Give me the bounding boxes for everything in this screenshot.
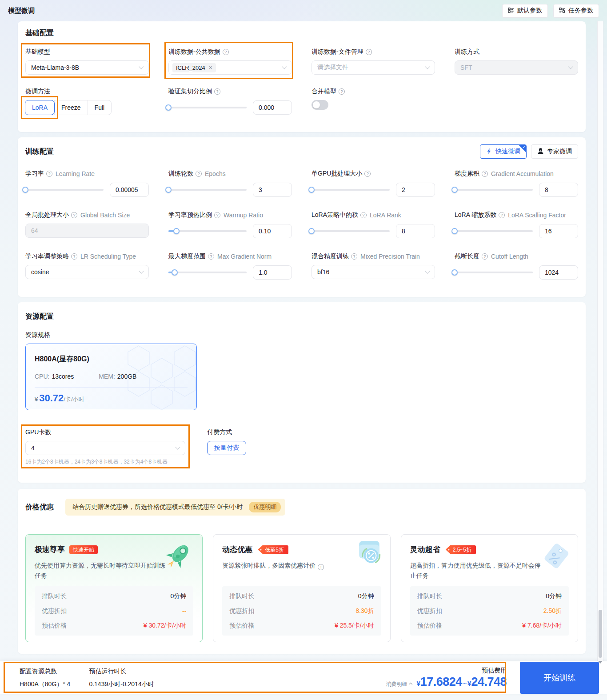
field-gpu-count: GPU卡数 4 16卡为2个8卡机器，24卡为3个8卡机器，32卡为4个8卡机器: [25, 428, 185, 466]
pricing-stats: 排队时长0分钟 优惠折扣8.30折 预估价格¥ 25.5/卡/小时: [222, 586, 381, 636]
pricing-card-express[interactable]: 极速尊享快速开始 优先使用算力资源，无需长时等待立即开始训练任务 排队时长0分钟…: [25, 534, 203, 642]
lightning-icon: [486, 148, 492, 156]
warmup-ratio-slider[interactable]: [168, 230, 247, 232]
scrollbar-down-arrow[interactable]: [598, 661, 603, 664]
public-data-select[interactable]: ICLR_2024×: [168, 60, 292, 75]
fee-detail-toggle[interactable]: 消费明细: [386, 680, 412, 688]
footer-bar: 配置资源总数 H800A（80G）* 4 预估运行时长 0.1439小时-0.2…: [0, 661, 607, 694]
discount-tag-badge: 低至5折: [258, 545, 288, 554]
epochs-slider[interactable]: [168, 189, 247, 191]
pay-as-you-go-button[interactable]: 按量付费: [207, 441, 246, 455]
gpu-count-select[interactable]: 4: [25, 441, 185, 455]
scrollbar-track[interactable]: [597, 21, 603, 661]
question-circle-icon[interactable]: [46, 171, 52, 177]
param-lora-scaling: LoRA 缩放系数LoRA Scalling Factor 16: [455, 211, 578, 239]
question-circle-icon[interactable]: [208, 253, 214, 260]
warmup-ratio-input[interactable]: 0.10: [253, 224, 292, 238]
pricing-card-saver[interactable]: 灵动超省2.5~5折 超高折扣，算力使用优先级低，资源不足时会停止任务 排队时长…: [401, 534, 578, 642]
remove-tag-icon[interactable]: ×: [209, 64, 212, 71]
question-circle-icon[interactable]: [214, 212, 220, 218]
start-training-button[interactable]: 开始训练: [520, 662, 599, 694]
field-base-model: 基础模型 Meta-Llama-3-8B: [25, 48, 149, 75]
finetune-option-lora[interactable]: LoRA: [25, 100, 55, 115]
discount-detail-button[interactable]: 优惠明细: [249, 502, 281, 512]
basic-config-card: 基础配置 基础模型 Meta-Llama-3-8B 训练数据-公共数据 ICLR…: [18, 21, 586, 132]
info-circle-icon[interactable]: [318, 564, 324, 570]
chevron-down-icon: [425, 64, 430, 69]
finetune-option-freeze[interactable]: Freeze: [54, 100, 88, 115]
question-circle-icon[interactable]: [482, 171, 488, 177]
mixed-precision-select[interactable]: bf16: [311, 265, 435, 279]
global-batch-input: 64: [25, 224, 149, 238]
footer-resource-total: 配置资源总数 H800A（80G）* 4: [20, 668, 70, 688]
expert-person-icon: [537, 148, 544, 156]
grid-list-icon: [559, 7, 565, 15]
cutoff-length-slider[interactable]: [455, 272, 533, 273]
param-warmup-ratio: 学习率预热比例Warmup Ratio 0.10: [168, 211, 292, 239]
pricing-card-dynamic[interactable]: 动态优惠低至5折 资源紧张时排队，多因素优惠计价 排队时长0分钟 优惠折扣8.3…: [213, 534, 390, 642]
lora-scaling-input[interactable]: 16: [539, 224, 578, 238]
question-circle-icon[interactable]: [71, 253, 77, 260]
learning-rate-input[interactable]: 0.00005: [110, 183, 149, 197]
field-file-data: 训练数据-文件管理 请选择文件: [311, 48, 435, 75]
merge-model-toggle[interactable]: [311, 100, 328, 110]
question-circle-icon[interactable]: [196, 171, 202, 177]
cutoff-length-input[interactable]: 1024: [539, 265, 578, 280]
lora-rank-slider[interactable]: [311, 230, 390, 232]
finetune-option-full[interactable]: Full: [88, 100, 112, 115]
param-learning-rate: 学习率Learning Rate 0.00005: [25, 169, 149, 197]
resource-spec-card[interactable]: H800A(显存80G) CPU:13cores MEM:200GB ¥30.7…: [25, 344, 197, 410]
question-circle-icon[interactable]: [499, 212, 505, 218]
learning-rate-slider[interactable]: [25, 189, 104, 191]
scrollbar-thumb[interactable]: [599, 610, 602, 658]
question-circle-icon[interactable]: [364, 171, 371, 177]
max-grad-slider[interactable]: [168, 272, 247, 273]
default-params-button[interactable]: 默认参数: [502, 4, 548, 18]
spec-label: 资源规格: [25, 331, 578, 339]
file-data-select[interactable]: 请选择文件: [311, 60, 435, 75]
task-params-button[interactable]: 任务参数: [553, 4, 599, 18]
question-circle-icon[interactable]: [360, 212, 367, 218]
quick-finetune-button[interactable]: 快速微调 ✓: [480, 144, 527, 159]
param-gpu-batch-size: 单GPU批处理大小 2: [311, 169, 435, 197]
lora-scaling-slider[interactable]: [455, 230, 533, 232]
grad-accum-input[interactable]: 8: [539, 183, 578, 197]
pricing-stats: 排队时长0分钟 优惠折扣2.50折 预估价格¥ 7.68/卡/小时: [410, 586, 569, 636]
discount-tag-badge: 2.5~5折: [446, 545, 476, 554]
footer-duration: 预估运行时长 0.1439小时-0.2014小时: [89, 668, 154, 688]
gpu-batch-input[interactable]: 2: [396, 183, 435, 197]
section-title-basic: 基础配置: [25, 28, 578, 38]
field-train-method: 训练方式 SFT: [455, 48, 578, 75]
grad-accum-slider[interactable]: [455, 189, 533, 191]
base-model-select[interactable]: Meta-Llama-3-8B: [25, 60, 149, 75]
caret-up-icon: [409, 683, 412, 686]
question-circle-icon[interactable]: [339, 88, 345, 95]
question-circle-icon[interactable]: [71, 212, 77, 218]
val-split-slider[interactable]: [168, 107, 247, 108]
lora-rank-input[interactable]: 8: [396, 224, 435, 238]
chevron-down-icon: [175, 444, 180, 449]
question-circle-icon[interactable]: [214, 88, 220, 95]
chevron-down-icon: [282, 64, 287, 69]
expert-finetune-button[interactable]: 专家微调: [531, 144, 578, 159]
param-mixed-precision: 混合精度训练Mixed Precision Train bf16: [311, 252, 435, 280]
chevron-down-icon: [425, 268, 430, 273]
max-grad-input[interactable]: 1.0: [253, 265, 292, 280]
question-circle-icon[interactable]: [482, 253, 488, 260]
param-grad-accumulation: 梯度累积Gradient Accumulation 8: [455, 169, 578, 197]
chevron-down-icon: [139, 64, 144, 69]
lr-scheduler-select[interactable]: cosine: [25, 265, 149, 279]
param-lora-rank: LoRA策略中的秩LoRA Rank 8: [311, 211, 435, 239]
gpu-count-hint: 16卡为2个8卡机器，24卡为3个8卡机器，32卡为4个8卡机器: [25, 458, 185, 466]
val-split-input[interactable]: 0.000: [253, 100, 292, 115]
dataset-tag: ICLR_2024×: [172, 63, 216, 72]
question-circle-icon[interactable]: [366, 49, 372, 55]
pricing-notice: 结合历史赠送优惠券，所选价格优惠模式最低优惠至 0/卡/小时 优惠明细: [65, 499, 285, 516]
footer-fee: 预估费用 消费明细 ¥17.6824~¥24.748: [386, 667, 507, 689]
question-circle-icon[interactable]: [351, 253, 357, 260]
spec-name: H800A(显存80G): [35, 355, 188, 364]
question-circle-icon[interactable]: [223, 49, 229, 55]
gpu-batch-slider[interactable]: [311, 189, 390, 191]
spec-price: ¥30.72/卡/小时: [35, 387, 188, 404]
epochs-input[interactable]: 3: [253, 183, 292, 197]
